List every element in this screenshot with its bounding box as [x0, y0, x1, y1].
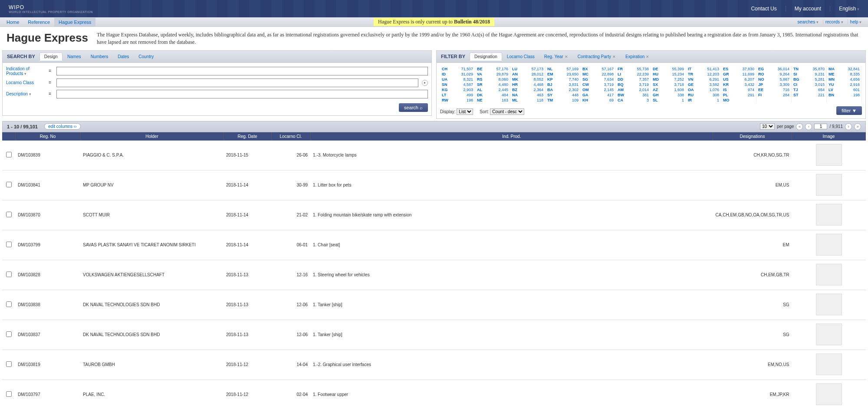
designation-cell[interactable]: NA463 [510, 92, 546, 98]
row-checkbox[interactable] [6, 212, 12, 217]
designation-cell[interactable]: FI284 [756, 92, 792, 98]
table-row[interactable]: DM/103837DK NAVAL TECHNOLOGIES SDN BHD20… [2, 320, 866, 350]
tab-dates[interactable]: Dates [113, 52, 134, 61]
edit-columns-button[interactable]: edit columns ‹› [44, 123, 81, 130]
thumbnail-image[interactable] [816, 383, 842, 405]
thumbnail-image[interactable] [816, 264, 842, 285]
tab-names[interactable]: Names [62, 52, 86, 61]
row-checkbox[interactable] [6, 152, 12, 157]
contact-link[interactable]: Contact Us [742, 6, 776, 12]
designation-cell[interactable]: MO [721, 98, 756, 103]
column-header[interactable]: Ind. Prod. [310, 132, 713, 141]
close-icon[interactable]: ✕ [612, 55, 616, 59]
my-account-link[interactable]: My account [786, 6, 821, 12]
designation-cell[interactable]: LV601 [827, 87, 862, 92]
row-checkbox[interactable] [6, 331, 12, 337]
per-page-select[interactable]: 10 [760, 123, 775, 130]
designation-cell[interactable]: KR3,432 [721, 82, 756, 87]
designation-cell[interactable]: RW196 [440, 98, 475, 103]
designation-cell[interactable]: BQ3,719 [616, 82, 651, 87]
designation-cell[interactable]: BA2,302 [546, 87, 581, 92]
designation-cell[interactable]: GA417 [581, 92, 616, 98]
close-icon[interactable]: ✕ [646, 55, 649, 59]
tab-country[interactable]: Country [134, 52, 158, 61]
designation-cell[interactable]: AM2,014 [616, 87, 651, 92]
designation-cell[interactable]: PL291 [721, 92, 756, 98]
designation-cell[interactable]: MA32,841 [827, 66, 862, 72]
designation-cell[interactable]: RU308 [686, 92, 721, 98]
table-row[interactable]: DM/103828VOLKSWAGEN AKTIENGESELLSCHAFT20… [2, 260, 866, 290]
designation-cell[interactable]: TM109 [546, 98, 581, 103]
row-checkbox[interactable] [6, 272, 12, 277]
designation-cell[interactable]: BG5,281 [792, 77, 827, 82]
designation-cell[interactable]: RS8,060 [475, 77, 510, 82]
designation-cell[interactable]: FR55,738 [616, 66, 651, 72]
designation-cell[interactable]: BZ2,364 [510, 87, 546, 92]
row-checkbox[interactable] [6, 301, 12, 307]
designation-cell[interactable]: RO9,264 [756, 72, 792, 77]
designation-cell[interactable]: KG2,903 [440, 87, 475, 92]
locarno-input[interactable] [56, 79, 418, 87]
designation-cell[interactable]: MK8,052 [510, 77, 546, 82]
designation-cell[interactable]: AZ1,608 [651, 87, 686, 92]
designation-cell[interactable]: IR1 [686, 98, 721, 103]
table-row[interactable]: DM/103870SCOTT MUIR2018-11-1421-021. Fol… [2, 200, 866, 230]
designation-cell[interactable]: EG36,014 [756, 66, 792, 72]
column-header[interactable]: Reg. No [15, 132, 80, 141]
filter-tab-designation[interactable]: Designation [470, 52, 502, 61]
label-indication[interactable]: Indication of Products [6, 66, 45, 76]
column-header[interactable] [2, 132, 15, 141]
tab-design[interactable]: Design [39, 52, 62, 61]
designation-cell[interactable]: SN4,587 [440, 82, 475, 87]
tab-numbers[interactable]: Numbers [86, 52, 113, 61]
designation-cell[interactable]: CW3,719 [581, 82, 616, 87]
label-description[interactable]: Description [6, 92, 45, 96]
designation-cell[interactable]: CA3 [616, 98, 651, 103]
language-select[interactable]: English [830, 6, 859, 12]
filter-tab-contracting-party[interactable]: Contracting Party✕ [573, 52, 621, 61]
designation-cell[interactable]: TJ654 [792, 87, 827, 92]
designation-cell[interactable]: AN28,012 [510, 72, 546, 77]
row-checkbox[interactable] [6, 361, 12, 367]
designation-cell[interactable]: NE163 [475, 98, 510, 103]
designation-cell[interactable]: EM23,650 [546, 72, 581, 77]
sort-select[interactable]: Count - desc [490, 108, 524, 115]
thumbnail-image[interactable] [816, 324, 842, 345]
designation-cell[interactable]: CI3,015 [792, 82, 827, 87]
search-button[interactable]: search ⌕ [399, 103, 428, 112]
last-page-button[interactable]: » [854, 123, 861, 130]
table-row[interactable]: DM/103797PLAE, INC.2018-11-1202-041. Foo… [2, 380, 866, 409]
designation-cell[interactable]: IT51,413 [686, 66, 721, 72]
designation-cell[interactable]: SI9,231 [792, 72, 827, 77]
next-page-button[interactable]: › [845, 123, 852, 130]
designation-cell[interactable]: KP7,740 [546, 77, 581, 82]
column-header[interactable]: Reg. Date [224, 132, 271, 141]
designation-cell[interactable]: MC22,898 [581, 72, 616, 77]
designation-cell[interactable]: GR11,699 [721, 72, 756, 77]
designation-cell[interactable]: DK484 [475, 92, 510, 98]
table-row[interactable]: DM/103839PIAGGIO & C. S.P.A.2018-11-1526… [2, 141, 866, 170]
designation-cell[interactable]: JP3,309 [756, 82, 792, 87]
indication-input[interactable] [56, 67, 428, 75]
designation-cell[interactable]: CH71,507 [440, 66, 475, 72]
designation-cell[interactable]: OA1,076 [686, 87, 721, 92]
label-locarno[interactable]: Locarno Class [6, 80, 45, 85]
designation-cell[interactable]: ST221 [792, 92, 827, 98]
designation-cell[interactable]: EE716 [756, 87, 792, 92]
display-select[interactable]: List [457, 108, 473, 115]
designation-cell[interactable]: HU15,234 [651, 72, 686, 77]
designation-cell[interactable]: IS974 [721, 87, 756, 92]
designation-cell[interactable]: BN198 [827, 92, 862, 98]
designation-cell[interactable]: YU2,916 [827, 82, 862, 87]
tool-records[interactable]: records [823, 20, 845, 24]
thumbnail-image[interactable] [816, 234, 842, 255]
designation-cell[interactable]: VN6,291 [686, 77, 721, 82]
designation-cell[interactable]: LT499 [440, 92, 475, 98]
designation-cell[interactable]: US6,207 [721, 77, 756, 82]
designation-cell[interactable]: DD7,357 [616, 77, 651, 82]
designation-cell[interactable]: ML118 [510, 98, 546, 103]
column-header[interactable]: Locarno Cl. [271, 132, 310, 141]
table-row[interactable]: DM/103819TAUROB GMBH2018-11-1214-041.-2.… [2, 350, 866, 380]
row-checkbox[interactable] [6, 391, 12, 397]
row-checkbox[interactable] [6, 242, 12, 247]
